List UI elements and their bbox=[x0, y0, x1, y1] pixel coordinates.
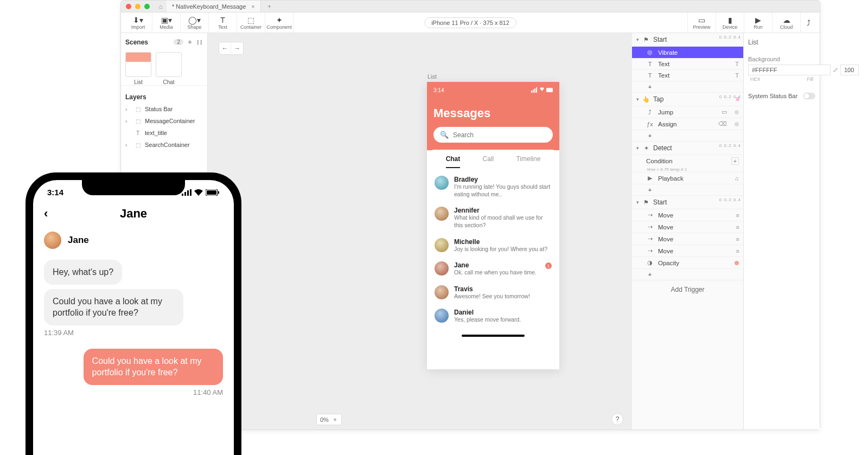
trigger-head[interactable]: ▾✶Detect0 0.2 0.4 bbox=[632, 142, 743, 155]
toolbar: ⬇︎▾Import ▣▾Media ◯▾Shape TText ⬚Contain… bbox=[121, 12, 820, 33]
chat-item[interactable]: MichelleJoy is looking for you! Where yo… bbox=[435, 234, 552, 258]
tab-timeline[interactable]: Timeline bbox=[516, 155, 540, 168]
add-action[interactable]: + bbox=[632, 184, 743, 195]
artboard-label[interactable]: List bbox=[427, 73, 437, 80]
bg-fill-input[interactable] bbox=[840, 65, 859, 75]
zoom-plus-icon[interactable]: ＋ bbox=[332, 415, 338, 424]
sysbar-toggle[interactable] bbox=[803, 93, 815, 99]
avatar bbox=[44, 232, 61, 249]
home-icon[interactable]: ⌂ bbox=[155, 3, 167, 10]
upload-button[interactable]: ⤴ bbox=[800, 12, 816, 33]
action-label: Vibrate bbox=[658, 49, 678, 56]
add-action[interactable]: + bbox=[632, 81, 743, 92]
shape-icon: ◯▾ bbox=[188, 16, 201, 24]
signal-wifi-battery-icon bbox=[531, 87, 553, 93]
help-button[interactable]: ? bbox=[611, 413, 623, 425]
document-tab[interactable]: * NativeKeyboard_Message × bbox=[167, 1, 261, 12]
trigger-action[interactable]: ▶Playback♫ bbox=[632, 172, 743, 184]
trigger-action[interactable]: ⇢Move≡ bbox=[632, 245, 743, 257]
trigger-action[interactable]: ⇢Move≡ bbox=[632, 221, 743, 233]
chat-name: Bradley bbox=[454, 176, 552, 183]
trigger-action[interactable]: ⇢Move≡ bbox=[632, 209, 743, 221]
chat-item[interactable]: BradleyI'm running late! You guys should… bbox=[435, 171, 552, 202]
chat-item[interactable]: TravisAwesome! See you tomorrow! bbox=[435, 281, 552, 305]
zoom-window-icon[interactable] bbox=[144, 4, 150, 9]
tab-call[interactable]: Call bbox=[483, 155, 494, 168]
import-button[interactable]: ⬇︎▾Import bbox=[124, 12, 152, 33]
trigger-action[interactable]: ◑Opacity bbox=[632, 257, 743, 268]
trigger-head[interactable]: ▾⚑Start0 0.2 0.4 bbox=[632, 33, 743, 46]
scene-list[interactable]: List bbox=[125, 52, 151, 85]
chat-item[interactable]: JaneOk. call me when you have time.1 bbox=[435, 257, 552, 281]
contact-name: Jane bbox=[68, 235, 89, 246]
artboard-list[interactable]: 3:14 Messages 🔍 Chat Call bbox=[427, 82, 559, 369]
svg-rect-11 bbox=[218, 191, 219, 194]
chat-item[interactable]: JenniferWhat kind of mood shall we use f… bbox=[435, 202, 552, 233]
expand-icon[interactable]: ⤢ bbox=[833, 66, 838, 74]
cloud-button[interactable]: ☁Cloud bbox=[772, 12, 800, 33]
trigger-head[interactable]: ▾⚑Start0 0.2 0.4 bbox=[632, 196, 743, 209]
trigger-action[interactable]: ƒxAssign⌫ bbox=[632, 118, 743, 130]
text-button[interactable]: TText bbox=[209, 12, 237, 33]
message-list: Hey, what's up? Could you have a look at… bbox=[33, 255, 234, 404]
canvas[interactable]: ← → List 3:14 Messages 🔍 bbox=[208, 33, 632, 430]
add-trigger-button[interactable]: Add Trigger bbox=[632, 280, 743, 299]
action-label: Opacity bbox=[658, 260, 679, 266]
trigger-action[interactable]: TTextT bbox=[632, 58, 743, 69]
add-tab-button[interactable]: ＋ bbox=[261, 2, 278, 10]
chat-name: Michelle bbox=[454, 238, 547, 246]
add-action[interactable]: + bbox=[632, 268, 743, 280]
shape-button[interactable]: ◯▾Shape bbox=[181, 12, 209, 33]
add-condition-icon[interactable]: + bbox=[731, 157, 739, 165]
action-label: Move bbox=[658, 248, 673, 254]
container-button[interactable]: ⬚Container bbox=[237, 12, 265, 33]
layer-row[interactable]: Ttext_title bbox=[121, 127, 207, 139]
close-window-icon[interactable] bbox=[126, 4, 131, 9]
condition-row[interactable]: Condition+ bbox=[632, 155, 743, 167]
chat-item[interactable]: DanielYes, please move forward. bbox=[435, 304, 552, 328]
home-indicator bbox=[462, 335, 525, 337]
add-action[interactable]: + bbox=[632, 130, 743, 141]
layer-row[interactable]: ›⬚SearchContainer bbox=[121, 139, 207, 151]
trigger-action[interactable]: ⤴Jump▭ bbox=[632, 106, 743, 118]
layer-row[interactable]: ›⬚Status Bar bbox=[121, 103, 207, 115]
battery-icon bbox=[206, 189, 220, 196]
scene-options-icon[interactable]: ⫶⫶ bbox=[196, 39, 203, 46]
device-selector[interactable]: iPhone 11 Pro / X · 375 x 812 bbox=[424, 17, 516, 28]
timestamp: 11:39 AM bbox=[44, 329, 223, 337]
layer-row[interactable]: ›⬚MessageContainer bbox=[121, 115, 207, 127]
trigger-action[interactable]: TTextT bbox=[632, 69, 743, 81]
chat-preview: Ok. call me when you have time. bbox=[454, 269, 537, 277]
device-button[interactable]: ▮Device bbox=[716, 12, 744, 33]
trigger-action[interactable]: ⇢Move≡ bbox=[632, 233, 743, 245]
group-icon: ⬚ bbox=[134, 142, 142, 148]
add-scene-icon[interactable]: ＋ bbox=[187, 37, 193, 47]
nav-back-button[interactable]: ← bbox=[219, 42, 231, 54]
avatar bbox=[435, 285, 449, 299]
zoom-control[interactable]: 0%＋ bbox=[316, 414, 342, 425]
component-button[interactable]: ✦Component bbox=[265, 12, 293, 33]
svg-rect-0 bbox=[531, 91, 532, 93]
keyframe-dot-icon bbox=[735, 122, 739, 126]
chevron-right-icon: › bbox=[125, 142, 131, 148]
nav-forward-button[interactable]: → bbox=[231, 42, 243, 54]
minimize-window-icon[interactable] bbox=[135, 4, 141, 9]
preview-button[interactable]: ▭Preview bbox=[687, 12, 716, 33]
trigger-head[interactable]: ▾👆Tap≡0 0.2 0.4 bbox=[632, 93, 743, 106]
plus-icon: + bbox=[646, 132, 654, 139]
group-icon: ⬚ bbox=[134, 118, 142, 124]
status-time: 3:14 bbox=[433, 87, 444, 93]
trigger-action[interactable]: ◎Vibrate bbox=[632, 46, 743, 58]
close-tab-icon[interactable]: × bbox=[251, 3, 254, 10]
image-icon: ▣▾ bbox=[161, 16, 172, 24]
tab-chat[interactable]: Chat bbox=[446, 155, 461, 168]
action-tail-icon: T bbox=[735, 61, 739, 67]
toolbar-right: ▭Preview ▮Device ▶Run ☁Cloud ⤴ bbox=[687, 12, 816, 33]
media-button[interactable]: ▣▾Media bbox=[152, 12, 181, 33]
run-button[interactable]: ▶Run bbox=[744, 12, 772, 33]
scene-chat[interactable]: Chat bbox=[156, 52, 182, 85]
flag-icon: ⚑ bbox=[642, 36, 650, 43]
search-input[interactable] bbox=[453, 131, 546, 139]
search-field[interactable]: 🔍 bbox=[433, 127, 553, 143]
bg-hex-input[interactable] bbox=[748, 65, 831, 75]
